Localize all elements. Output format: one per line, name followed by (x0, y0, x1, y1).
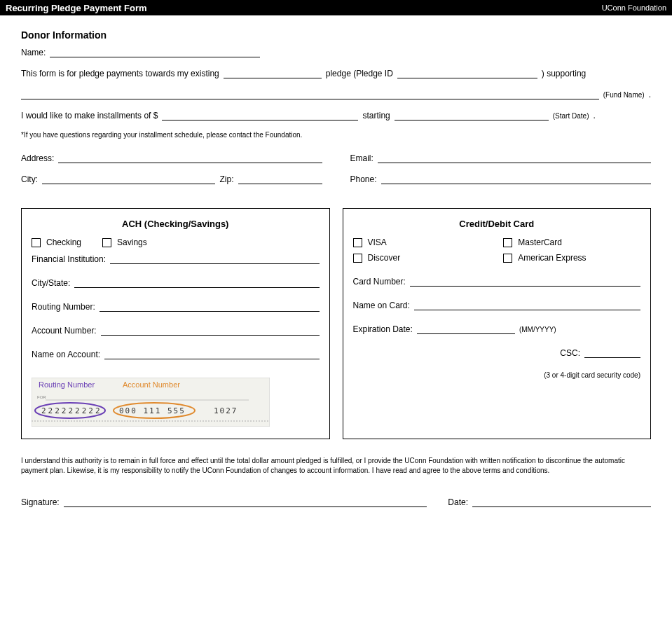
amex-checkbox[interactable] (503, 254, 512, 263)
exp-input[interactable] (417, 323, 515, 334)
email-input[interactable] (378, 152, 651, 163)
pledge-amount-input[interactable] (224, 67, 322, 78)
pledge-id-label: pledge (Pledge ID (326, 69, 393, 78)
img-for-label: FOR (37, 395, 46, 399)
pledge-text-1: This form is for pledge payments towards… (21, 69, 219, 78)
phone-input[interactable] (381, 173, 651, 184)
nameacct-input[interactable] (104, 348, 319, 359)
card-panel: Credit/Debit Card VISA MasterCard Discov… (343, 208, 652, 439)
city-input[interactable] (42, 173, 215, 184)
savings-checkbox[interactable] (102, 238, 111, 247)
pledge-text-2: ) supporting (542, 69, 586, 78)
start-date-input[interactable] (395, 109, 549, 120)
check-example-image: Routing Number Account Number FOR 222222… (32, 378, 270, 427)
address-input[interactable] (58, 152, 322, 163)
img-routing-digits: 222222222 (41, 406, 102, 415)
header-bar: Recurring Pledge Payment Form UConn Foun… (0, 0, 672, 15)
discover-checkbox[interactable] (353, 254, 362, 263)
city-label: City: (21, 174, 38, 184)
address-label: Address: (21, 153, 54, 163)
consent-text: I understand this authority is to remain… (21, 456, 651, 475)
fi-label: Financial Institution: (32, 254, 106, 264)
account-input[interactable] (101, 324, 320, 336)
card-title: Credit/Debit Card (353, 219, 641, 229)
nameacct-label: Name on Account: (32, 350, 100, 359)
form-body: Donor Information Name: This form is for… (0, 15, 672, 521)
pledge-id-input[interactable] (397, 67, 537, 78)
zip-input[interactable] (238, 173, 322, 184)
signature-input[interactable] (64, 496, 427, 507)
cardname-label: Name on Card: (353, 301, 410, 310)
header-title: Recurring Pledge Payment Form (6, 3, 147, 13)
gift-text-1: I would like to make installments of $ (21, 111, 158, 120)
account-label: Account Number: (32, 326, 97, 336)
ach-panel: ACH (Checking/Savings) Checking Savings … (21, 208, 330, 439)
visa-label: VISA (368, 237, 387, 247)
mastercard-checkbox[interactable] (503, 238, 512, 247)
gift-text-2: starting (362, 111, 390, 120)
zip-label: Zip: (219, 174, 233, 184)
csc-label: CSC: (560, 348, 580, 358)
name-label: Name: (21, 48, 46, 57)
csc-input[interactable] (584, 347, 640, 358)
savings-label: Savings (117, 237, 147, 247)
cardnum-input[interactable] (410, 275, 640, 287)
header-subtitle: UConn Foundation (602, 4, 666, 12)
checking-label: Checking (46, 237, 81, 247)
amex-label: American Express (518, 253, 586, 263)
installment-amount-input[interactable] (162, 109, 358, 120)
email-label: Email: (350, 153, 373, 163)
routing-label: Routing Number: (32, 302, 95, 312)
citystate-input[interactable] (74, 277, 319, 288)
phone-label: Phone: (350, 174, 377, 184)
img-routing-label: Routing Number (39, 380, 95, 389)
visa-checkbox[interactable] (353, 238, 362, 247)
citystate-label: City/State: (32, 278, 70, 288)
csc-note: (3 or 4-digit card security code) (353, 371, 641, 380)
img-check-no: 1027 (214, 406, 238, 415)
period-2: . (593, 111, 595, 120)
exp-label: Expiration Date: (353, 324, 413, 334)
routing-input[interactable] (100, 301, 320, 312)
installment-note: *If you have questions regarding your in… (21, 130, 651, 139)
signature-label: Signature: (21, 497, 60, 507)
img-account-label: Account Number (123, 380, 180, 389)
date-input[interactable] (472, 496, 651, 507)
checking-checkbox[interactable] (32, 238, 41, 247)
fund-name-hint: (Fund Name) (603, 90, 645, 99)
ach-title: ACH (Checking/Savings) (32, 219, 320, 229)
exp-hint: (MM/YYYY) (519, 325, 556, 334)
cardname-input[interactable] (414, 299, 640, 310)
start-date-hint: (Start Date) (553, 111, 589, 120)
donor-heading: Donor Information (21, 29, 651, 41)
img-account-digits: 000 111 555 (119, 406, 186, 415)
fi-input[interactable] (110, 253, 319, 264)
mastercard-label: MasterCard (518, 237, 562, 247)
fund-name-input[interactable] (21, 88, 599, 99)
date-label: Date: (448, 497, 468, 507)
period: . (649, 90, 651, 99)
name-input[interactable] (50, 46, 260, 57)
discover-label: Discover (368, 253, 401, 263)
cardnum-label: Card Number: (353, 277, 406, 287)
